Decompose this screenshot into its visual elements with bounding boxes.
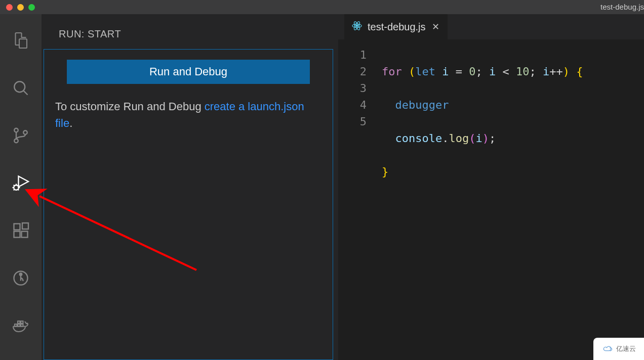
titlebar[interactable]: test-debug.js — [0, 0, 644, 14]
svg-rect-15 — [14, 224, 20, 230]
react-icon — [351, 20, 363, 34]
svg-point-4 — [14, 139, 18, 143]
code-line: } — [382, 163, 644, 180]
vscode-window: test-debug.js — [0, 0, 644, 360]
watermark-badge: 亿速云 — [593, 338, 644, 360]
helper-suffix: . — [69, 117, 72, 129]
line-number: 2 — [338, 63, 367, 80]
svg-rect-17 — [22, 232, 28, 238]
activity-bar — [0, 14, 42, 360]
line-number: 4 — [338, 97, 367, 113]
editor-tab[interactable]: test-debug.js ✕ — [344, 14, 448, 39]
svg-rect-24 — [18, 321, 20, 324]
run-start-panel: Run and Debug To customize Run and Debug… — [44, 49, 333, 360]
svg-point-3 — [14, 128, 18, 132]
line-number: 1 — [338, 47, 367, 63]
search-icon[interactable] — [10, 77, 32, 99]
git-graph-icon[interactable] — [10, 267, 32, 289]
code-line: console.log(i); — [382, 130, 644, 147]
code-line: for (let i = 0; i < 10; i++) { — [382, 63, 644, 80]
line-number: 5 — [338, 113, 367, 130]
svg-point-20 — [20, 273, 22, 276]
svg-point-1 — [14, 81, 25, 92]
helper-prefix: To customize Run and Debug — [55, 100, 205, 113]
svg-point-26 — [356, 25, 358, 27]
watermark-text: 亿速云 — [616, 344, 636, 353]
code-line: debugger — [382, 97, 644, 113]
line-number-gutter: 1 2 3 4 5 — [338, 47, 382, 360]
svg-line-14 — [18, 189, 19, 190]
line-number: 3 — [338, 80, 367, 97]
svg-line-11 — [14, 185, 15, 186]
zoom-window-button[interactable] — [28, 4, 35, 11]
minimize-window-button[interactable] — [17, 4, 24, 11]
window-title: test-debug.js — [600, 0, 644, 14]
sidebar-title: RUN: START — [42, 28, 338, 49]
tab-filename: test-debug.js — [368, 21, 426, 33]
close-tab-icon[interactable]: ✕ — [431, 20, 440, 33]
window-body: RUN: START Run and Debug To customize Ru… — [0, 14, 644, 360]
run-and-debug-button[interactable]: Run and Debug — [67, 60, 310, 84]
svg-line-2 — [23, 91, 27, 95]
svg-line-13 — [14, 189, 15, 190]
code-area[interactable]: 1 2 3 4 5 for (let i = 0; i < 10; i++) {… — [338, 39, 644, 360]
run-debug-icon[interactable] — [10, 172, 32, 194]
source-control-icon[interactable] — [10, 124, 32, 147]
svg-point-5 — [23, 130, 27, 134]
extensions-icon[interactable] — [10, 219, 32, 242]
editor-area: test-debug.js ✕ 1 2 3 4 5 for (let i = 0… — [338, 14, 644, 360]
run-sidebar: RUN: START Run and Debug To customize Ru… — [42, 14, 338, 360]
svg-rect-16 — [14, 232, 20, 238]
run-helper-text: To customize Run and Debug create a laun… — [53, 98, 324, 131]
editor-tabbar: test-debug.js ✕ — [338, 14, 644, 39]
traffic-lights — [6, 4, 35, 11]
explorer-icon[interactable] — [10, 29, 32, 52]
code-content[interactable]: for (let i = 0; i < 10; i++) { debugger … — [382, 47, 644, 360]
svg-marker-6 — [19, 176, 29, 187]
svg-rect-0 — [19, 39, 27, 48]
svg-rect-25 — [21, 321, 23, 324]
docker-icon[interactable] — [10, 314, 32, 337]
close-window-button[interactable] — [6, 4, 13, 11]
svg-rect-18 — [22, 223, 28, 229]
svg-line-12 — [18, 185, 19, 186]
